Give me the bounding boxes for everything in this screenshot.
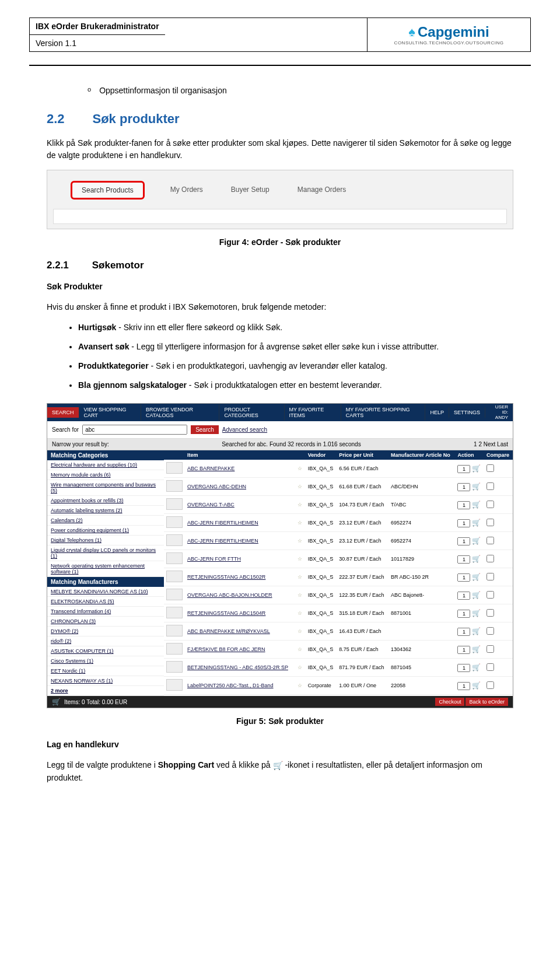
add-to-cart-icon[interactable]: 🛒 — [472, 501, 481, 509]
product-name-link[interactable]: FJÆRSKIVE B8 FOR ABC JERN — [187, 646, 265, 652]
sidebar-category-item[interactable]: Wire management components and busways (… — [47, 480, 164, 496]
tab-manage-orders[interactable]: Manage Orders — [295, 181, 348, 200]
nav-favorite-carts[interactable]: MY FAVORITE SHOPPING CARTS — [341, 404, 426, 421]
nav-search[interactable]: SEARCH — [47, 407, 79, 418]
favorite-star-icon[interactable]: ☆ — [298, 646, 302, 652]
pager[interactable]: 1 2 Next Last — [474, 441, 508, 447]
qty-input[interactable] — [457, 519, 470, 527]
product-name-link[interactable]: RETJENINGSSTANG ABC1504R — [187, 610, 265, 616]
sidebar-category-item[interactable]: Electrical hardware and supplies (10) — [47, 460, 164, 470]
sidebar-category-item[interactable]: Liquid crystal display LCD panels or mon… — [47, 545, 164, 561]
sidebar-category-item[interactable]: Power conditioning equipment (1) — [47, 526, 164, 536]
nav-favorite-items[interactable]: MY FAVORITE ITEMS — [285, 404, 341, 421]
add-to-cart-icon[interactable]: 🛒 — [472, 645, 481, 653]
nav-browse-catalogs[interactable]: BROWSE VENDOR CATALOGS — [141, 404, 219, 421]
qty-input[interactable] — [457, 555, 470, 564]
add-to-cart-icon[interactable]: 🛒 — [472, 591, 481, 599]
compare-checkbox[interactable] — [487, 482, 494, 490]
favorite-star-icon[interactable]: ☆ — [298, 538, 302, 544]
product-name-link[interactable]: OVERGANG ABC-DEHN — [187, 484, 246, 489]
checkout-button[interactable]: Checkout — [435, 698, 464, 706]
sidebar-manufacturer-item[interactable]: Transcend Information (4) — [47, 607, 164, 617]
compare-checkbox[interactable] — [487, 609, 494, 617]
favorite-star-icon[interactable]: ☆ — [298, 466, 302, 471]
compare-checkbox[interactable] — [487, 591, 494, 599]
favorite-star-icon[interactable]: ☆ — [298, 628, 302, 634]
sidebar-category-item[interactable]: Calendars (2) — [47, 516, 164, 526]
compare-checkbox[interactable] — [487, 645, 494, 653]
product-name-link[interactable]: ABC-JERN FIBERTILHEIMEN — [187, 520, 258, 526]
nav-view-cart[interactable]: VIEW SHOPPING CART — [79, 404, 141, 421]
product-name-link[interactable]: ABC BARNEPAKKE M/RØYKVASL — [187, 628, 270, 634]
search-button[interactable]: Search — [191, 425, 219, 434]
advanced-search-link[interactable]: Advanced search — [222, 426, 267, 433]
product-name-link[interactable]: ABC BARNEPAKKE — [187, 466, 235, 471]
sidebar-manufacturer-item[interactable]: CHRONOPLAN (3) — [47, 617, 164, 627]
product-name-link[interactable]: BETJENINGSSTANG - ABC 450S/3-2R SP — [187, 664, 288, 670]
sidebar-category-item[interactable]: Digital Telephones (1) — [47, 536, 164, 545]
add-to-cart-icon[interactable]: 🛒 — [472, 663, 481, 671]
tab-search-products[interactable]: Search Products — [71, 181, 145, 200]
add-to-cart-icon[interactable]: 🛒 — [472, 519, 481, 527]
sidebar-manufacturer-item[interactable]: ASUSTeK COMPUTER (1) — [47, 646, 164, 656]
qty-input[interactable] — [457, 537, 470, 545]
qty-input[interactable] — [457, 664, 470, 672]
product-name-link[interactable]: OVERGANG ABC-BAJON.HOLDER — [187, 592, 272, 598]
compare-checkbox[interactable] — [487, 555, 494, 562]
compare-checkbox[interactable] — [487, 501, 494, 508]
add-to-cart-icon[interactable]: 🛒 — [472, 573, 481, 581]
search-input[interactable] — [82, 425, 187, 435]
add-to-cart-icon[interactable]: 🛒 — [472, 627, 481, 635]
compare-checkbox[interactable] — [487, 663, 494, 671]
add-to-cart-icon[interactable]: 🛒 — [472, 609, 481, 617]
nav-settings[interactable]: SETTINGS — [449, 407, 485, 418]
qty-input[interactable] — [457, 646, 470, 654]
sidebar-manufacturer-item[interactable]: EET Nordic (1) — [47, 666, 164, 676]
product-name-link[interactable]: RETJENINGSSTANG ABC1502R — [187, 574, 265, 580]
tab-buyer-setup[interactable]: Buyer Setup — [229, 181, 272, 200]
add-to-cart-icon[interactable]: 🛒 — [472, 555, 481, 563]
sidebar-category-item[interactable]: Network operating system enhancement sof… — [47, 561, 164, 577]
add-to-cart-icon[interactable]: 🛒 — [472, 482, 481, 491]
product-name-link[interactable]: ABC-JERN FOR FTTH — [187, 556, 241, 562]
qty-input[interactable] — [457, 628, 470, 636]
qty-input[interactable] — [457, 610, 470, 618]
favorite-star-icon[interactable]: ☆ — [298, 574, 302, 580]
favorite-star-icon[interactable]: ☆ — [298, 664, 302, 670]
sidebar-category-item[interactable]: Automatic labeling systems (2) — [47, 506, 164, 516]
favorite-star-icon[interactable]: ☆ — [298, 484, 302, 489]
sidebar-category-item[interactable]: Appointment books or refills (3) — [47, 496, 164, 506]
product-name-link[interactable]: ABC-JERN FIBERTILHEIMEN — [187, 538, 258, 544]
add-to-cart-icon[interactable]: 🛒 — [472, 681, 481, 690]
product-name-link[interactable]: OVERGANG T-ABC — [187, 502, 235, 508]
compare-checkbox[interactable] — [487, 519, 494, 526]
compare-checkbox[interactable] — [487, 537, 494, 544]
back-to-eorder-button[interactable]: Back to eOrder — [466, 698, 508, 706]
qty-input[interactable] — [457, 592, 470, 600]
favorite-star-icon[interactable]: ☆ — [298, 592, 302, 598]
qty-input[interactable] — [457, 501, 470, 509]
compare-checkbox[interactable] — [487, 627, 494, 635]
sidebar-more-link[interactable]: 2 more — [47, 686, 164, 696]
qty-input[interactable] — [457, 465, 470, 473]
compare-checkbox[interactable] — [487, 464, 494, 472]
product-name-link[interactable]: LabelPOINT250 ABC-Tast., D1-Band — [187, 683, 274, 688]
qty-input[interactable] — [457, 483, 470, 491]
favorite-star-icon[interactable]: ☆ — [298, 520, 302, 526]
sidebar-category-item[interactable]: Memory module cards (6) — [47, 470, 164, 480]
favorite-star-icon[interactable]: ☆ — [298, 683, 302, 688]
qty-input[interactable] — [457, 682, 470, 690]
favorite-star-icon[interactable]: ☆ — [298, 556, 302, 562]
nav-help[interactable]: HELP — [425, 407, 449, 418]
favorite-star-icon[interactable]: ☆ — [298, 610, 302, 616]
sidebar-manufacturer-item[interactable]: DYMO® (2) — [47, 627, 164, 636]
tab-my-orders[interactable]: My Orders — [168, 181, 205, 200]
sidebar-manufacturer-item[interactable]: rido® (2) — [47, 636, 164, 646]
favorite-star-icon[interactable]: ☆ — [298, 502, 302, 508]
sidebar-manufacturer-item[interactable]: ELEKTROSKANDIA AS (5) — [47, 597, 164, 607]
sidebar-manufacturer-item[interactable]: MELBYE SKANDINAVIA NORGE AS (10) — [47, 587, 164, 597]
nav-product-categories[interactable]: PRODUCT CATEGORIES — [219, 404, 284, 421]
compare-checkbox[interactable] — [487, 681, 494, 689]
qty-input[interactable] — [457, 573, 470, 582]
add-to-cart-icon[interactable]: 🛒 — [472, 464, 481, 473]
